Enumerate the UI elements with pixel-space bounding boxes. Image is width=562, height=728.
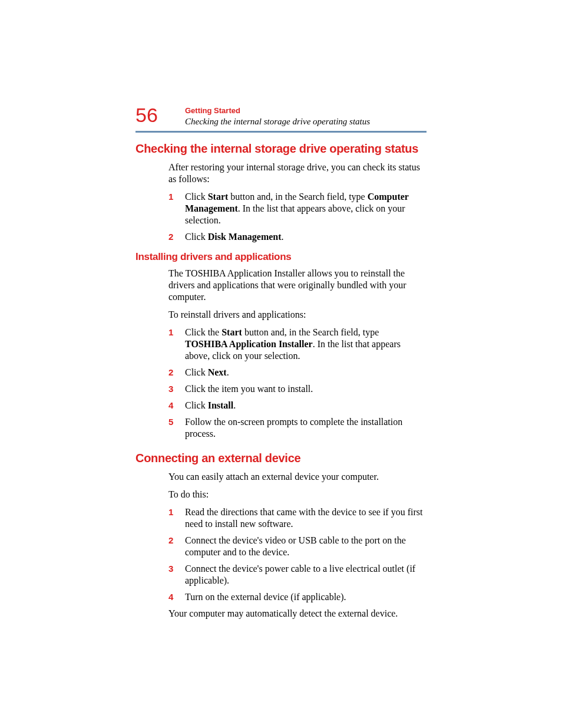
paragraph: To do this: [168, 489, 423, 500]
header-text-block: Getting Started Checking the internal st… [185, 105, 370, 127]
text-run-bold: Disk Management [208, 232, 282, 242]
text-run: . [227, 367, 229, 377]
text-run-bold: Install [208, 400, 234, 410]
ordered-list: 1 Read the directions that came with the… [168, 506, 423, 603]
step-number: 1 [168, 327, 185, 362]
text-run: button and, in the Search field, type [228, 192, 367, 202]
paragraph: Your computer may automatically detect t… [168, 608, 423, 620]
step-number: 1 [168, 506, 185, 530]
text-run: Click [185, 192, 208, 202]
list-item: 1 Click the Start button and, in the Sea… [168, 327, 423, 362]
paragraph: The TOSHIBA Application Installer allows… [168, 268, 423, 303]
text-run: button and, in the Search field, type [242, 327, 379, 337]
step-number: 4 [168, 400, 185, 411]
list-item: 2 Click Next. [168, 367, 423, 378]
paragraph: You can easily attach an external device… [168, 471, 423, 483]
section-subtitle: Checking the internal storage drive oper… [185, 116, 370, 128]
step-number: 3 [168, 563, 185, 587]
list-item: 4 Turn on the external device (if applic… [168, 591, 423, 603]
text-run: Click the [185, 327, 222, 337]
step-text: Connect the device's power cable to a li… [185, 563, 423, 587]
step-text: Follow the on-screen prompts to complete… [185, 416, 423, 440]
chapter-title: Getting Started [185, 106, 370, 116]
step-number: 2 [168, 231, 185, 243]
paragraph: To reinstall drivers and applications: [168, 309, 423, 321]
step-number: 5 [168, 416, 185, 440]
text-run: . [282, 232, 284, 242]
text-run: Click [185, 232, 208, 242]
heading-installing-drivers: Installing drivers and applications [135, 251, 430, 263]
text-run-bold: Start [208, 192, 229, 202]
list-item: 3 Connect the device's power cable to a … [168, 563, 423, 587]
page-content: 56 Getting Started Checking the internal… [135, 105, 430, 625]
text-run: . [233, 400, 236, 410]
step-text: Connect the device's video or USB cable … [185, 535, 423, 558]
list-item: 5 Follow the on-screen prompts to comple… [168, 416, 423, 440]
list-item: 3 Click the item you want to install. [168, 383, 423, 395]
list-item: 1 Click Start button and, in the Search … [168, 191, 423, 226]
step-text: Turn on the external device (if applicab… [185, 591, 423, 603]
text-run-bold: Start [222, 327, 242, 337]
page-header: 56 Getting Started Checking the internal… [135, 105, 430, 127]
step-text: Click Next. [185, 367, 423, 378]
list-item: 1 Read the directions that came with the… [168, 506, 423, 530]
step-text: Click Start button and, in the Search fi… [185, 191, 423, 226]
step-text: Click the item you want to install. [185, 383, 423, 395]
step-number: 4 [168, 591, 185, 603]
header-rule [135, 131, 427, 133]
heading-checking-storage: Checking the internal storage drive oper… [135, 142, 430, 156]
ordered-list: 1 Click the Start button and, in the Sea… [168, 327, 423, 440]
text-run-bold: Next [208, 367, 227, 377]
text-run-bold: TOSHIBA Application Installer [185, 339, 313, 349]
paragraph: After restoring your internal storage dr… [168, 162, 423, 185]
step-text: Click the Start button and, in the Searc… [185, 327, 423, 362]
list-item: 4 Click Install. [168, 400, 423, 411]
step-text: Read the directions that came with the d… [185, 506, 423, 530]
step-number: 2 [168, 367, 185, 378]
list-item: 2 Connect the device's video or USB cabl… [168, 535, 423, 558]
page-number: 56 [135, 105, 185, 125]
heading-connecting-device: Connecting an external device [135, 452, 430, 465]
step-text: Click Disk Management. [185, 231, 423, 243]
ordered-list: 1 Click Start button and, in the Search … [168, 191, 423, 243]
step-number: 2 [168, 535, 185, 558]
text-run: Click [185, 400, 208, 410]
step-number: 1 [168, 191, 185, 226]
text-run: Click [185, 367, 208, 377]
step-text: Click Install. [185, 400, 423, 411]
step-number: 3 [168, 383, 185, 395]
list-item: 2 Click Disk Management. [168, 231, 423, 243]
